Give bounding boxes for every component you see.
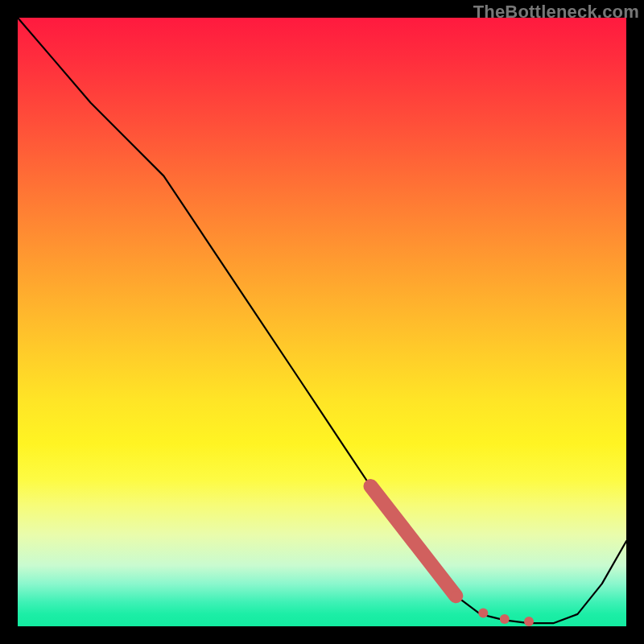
watermark-text: TheBottleneck.com [473, 2, 639, 23]
highlight-dot [478, 608, 488, 617]
curve-line [18, 18, 626, 623]
highlight-dot [451, 591, 460, 601]
chart-overlay-svg [18, 18, 626, 626]
highlight-dots [451, 591, 534, 626]
plot-area [18, 18, 626, 626]
chart-outer-frame: TheBottleneck.com [0, 0, 644, 644]
highlight-thick [371, 486, 456, 596]
highlight-dot [524, 617, 534, 626]
highlight-dot [500, 614, 510, 624]
